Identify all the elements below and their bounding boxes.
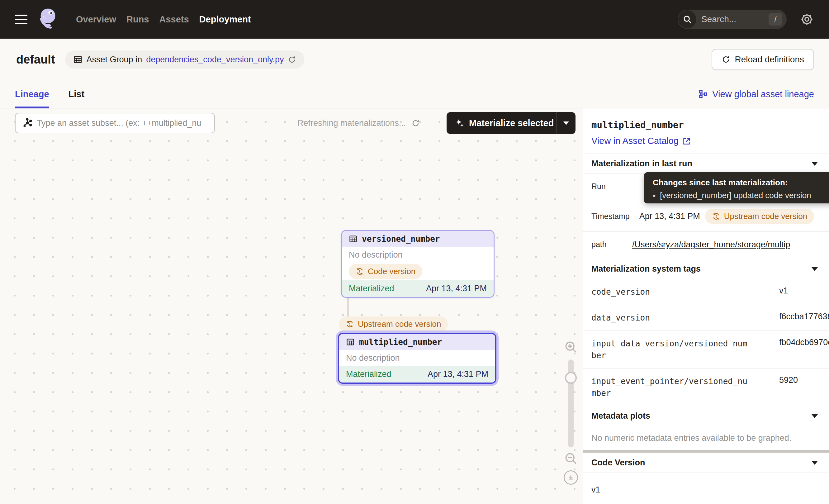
- table-row: code_version v1: [583, 279, 829, 304]
- section-materialization-last-run[interactable]: Materialization in last run: [583, 153, 829, 174]
- nav-overview[interactable]: Overview: [76, 14, 116, 25]
- tag-value: v1: [772, 279, 829, 304]
- tooltip-item-text: [versioned_number] updated code version: [660, 191, 811, 200]
- tag-key: data_version: [583, 305, 772, 330]
- nav-assets[interactable]: Assets: [159, 14, 189, 25]
- asset-node-footer: Materialized Apr 13, 4:31 PM: [339, 366, 495, 383]
- asset-node-header: multiplied_number: [339, 334, 495, 350]
- view-global-asset-lineage-link[interactable]: View global asset lineage: [698, 89, 814, 99]
- asset-description: No description: [342, 247, 494, 262]
- tabs-row: Lineage List View global asset lineage: [0, 80, 829, 108]
- section-metadata-plots[interactable]: Metadata plots: [583, 406, 829, 426]
- chevron-down-icon: [563, 121, 569, 125]
- asset-group-badge[interactable]: Asset Group in dependencies_code_version…: [65, 50, 304, 69]
- zoom-out-icon[interactable]: [564, 452, 578, 465]
- materialize-main[interactable]: Materialize selected: [446, 118, 556, 128]
- table-row: path /Users/sryza/dagster_home/storage/m…: [583, 231, 829, 259]
- tab-list[interactable]: List: [69, 80, 85, 108]
- asset-subset-input[interactable]: [36, 118, 209, 128]
- badge-refresh-icon[interactable]: [288, 56, 296, 64]
- code-version-chip-label: Code version: [368, 267, 416, 276]
- asset-subset-filter[interactable]: [15, 113, 215, 133]
- tab-lineage[interactable]: Lineage: [15, 80, 49, 108]
- panel-divider: [583, 450, 829, 453]
- tag-value: 5920: [772, 368, 829, 406]
- metadata-empty-message: No numeric metadata entries available to…: [583, 426, 829, 450]
- table-row: Timestamp Apr 13, 4:31 PM Ups: [583, 201, 829, 231]
- section-title: Materialization system tags: [591, 264, 701, 274]
- table-row: data_version f6ccba177638: [583, 304, 829, 330]
- page-header-left: default Asset Group in dependencies_code…: [16, 50, 304, 69]
- search-shortcut-badge: /: [768, 13, 782, 26]
- materialization-path-link[interactable]: /Users/sryza/dagster_home/storage/multip: [632, 240, 790, 250]
- section-title: Code Version: [591, 458, 645, 468]
- graph-zoom-controls: [561, 340, 580, 485]
- asset-node-multiplied-number[interactable]: multiplied_number No description Materia…: [338, 333, 496, 384]
- chevron-down-icon: [812, 162, 818, 166]
- materialize-selected-button[interactable]: Materialize selected: [446, 112, 576, 134]
- zoom-in-icon[interactable]: [564, 340, 578, 354]
- materialize-dropdown-button[interactable]: [556, 112, 576, 134]
- materialized-status: Materialized: [349, 284, 394, 293]
- chevron-down-icon: [812, 267, 818, 271]
- table-row: input_event_pointer/versioned_number 592…: [583, 368, 829, 406]
- tag-value: f6ccba177638: [772, 305, 829, 330]
- section-title: Metadata plots: [591, 411, 650, 421]
- settings-gear-icon[interactable]: [800, 12, 814, 27]
- asset-node-footer: Materialized Apr 13, 4:31 PM: [342, 280, 494, 297]
- tooltip-item: • [versioned_number] updated code versio…: [653, 191, 829, 200]
- view-in-asset-catalog-link[interactable]: View in Asset Catalog: [591, 136, 691, 146]
- reload-icon: [722, 55, 730, 64]
- dagster-app: Overview Runs Assets Deployment /: [0, 0, 829, 504]
- asset-name: versioned_number: [362, 234, 440, 244]
- selected-asset-title: multiplied_number: [591, 120, 821, 130]
- timestamp-label: Timestamp: [583, 212, 633, 221]
- refreshing-icon[interactable]: [411, 119, 420, 128]
- nav-runs[interactable]: Runs: [127, 14, 149, 25]
- code-location-link[interactable]: dependencies_code_version_only.py: [146, 55, 284, 65]
- upstream-code-version-tag[interactable]: Upstream code version: [339, 317, 448, 332]
- main-area: Refreshing materializations... Materiali…: [0, 108, 829, 504]
- code-version-chip[interactable]: Code version: [349, 264, 422, 279]
- tag-key: input_data_version/versioned_number: [583, 331, 772, 368]
- search-input[interactable]: [701, 14, 768, 25]
- upstream-code-version-chip[interactable]: Upstream code version: [705, 209, 814, 224]
- section-system-tags[interactable]: Materialization system tags: [583, 259, 829, 279]
- asset-subset-icon: [21, 117, 32, 129]
- materialized-timestamp: Apr 13, 4:31 PM: [426, 284, 487, 293]
- navbar-right: /: [678, 10, 814, 29]
- global-search[interactable]: /: [678, 10, 787, 29]
- asset-graph-canvas[interactable]: Refreshing materializations... Materiali…: [0, 108, 583, 504]
- zoom-slider[interactable]: [568, 359, 574, 447]
- chevron-down-icon: [812, 461, 818, 465]
- nav-deployment[interactable]: Deployment: [199, 14, 251, 25]
- run-label: Run: [583, 174, 626, 201]
- table-grid-icon: [349, 235, 358, 243]
- menu-icon[interactable]: [15, 15, 27, 24]
- section-code-version[interactable]: Code Version: [583, 453, 829, 472]
- zoom-slider-handle[interactable]: [565, 372, 577, 384]
- asset-tag-row: Code version: [342, 262, 494, 280]
- changes-tooltip: Changes since last materialization: • [v…: [644, 172, 829, 204]
- table-grid-icon: [346, 338, 355, 347]
- section-title: Materialization in last run: [591, 159, 692, 169]
- asset-name: multiplied_number: [359, 337, 442, 347]
- navbar-left: Overview Runs Assets Deployment: [15, 6, 251, 32]
- top-navbar: Overview Runs Assets Deployment /: [0, 0, 829, 39]
- tag-value: fb04dcb6970c: [772, 331, 829, 368]
- page-title: default: [16, 53, 55, 66]
- dagster-logo-icon[interactable]: [37, 6, 59, 32]
- page-header: default Asset Group in dependencies_code…: [0, 39, 829, 80]
- download-graph-button[interactable]: [564, 470, 578, 485]
- asset-node-versioned-number[interactable]: versioned_number No description Code ver…: [341, 230, 495, 298]
- upstream-chip[interactable]: Upstream code version: [339, 317, 448, 332]
- refreshing-status: Refreshing materializations...: [297, 113, 420, 133]
- reload-definitions-button[interactable]: Reload definitions: [712, 49, 814, 70]
- bullet-icon: •: [653, 191, 655, 200]
- changed-code-version-icon: [356, 267, 364, 276]
- system-tags-table: code_version v1 data_version f6ccba17763…: [583, 279, 829, 406]
- table-grid-icon: [73, 55, 82, 64]
- asset-description: No description: [339, 350, 495, 366]
- primary-nav: Overview Runs Assets Deployment: [76, 14, 251, 25]
- materialized-timestamp: Apr 13, 4:31 PM: [428, 369, 488, 379]
